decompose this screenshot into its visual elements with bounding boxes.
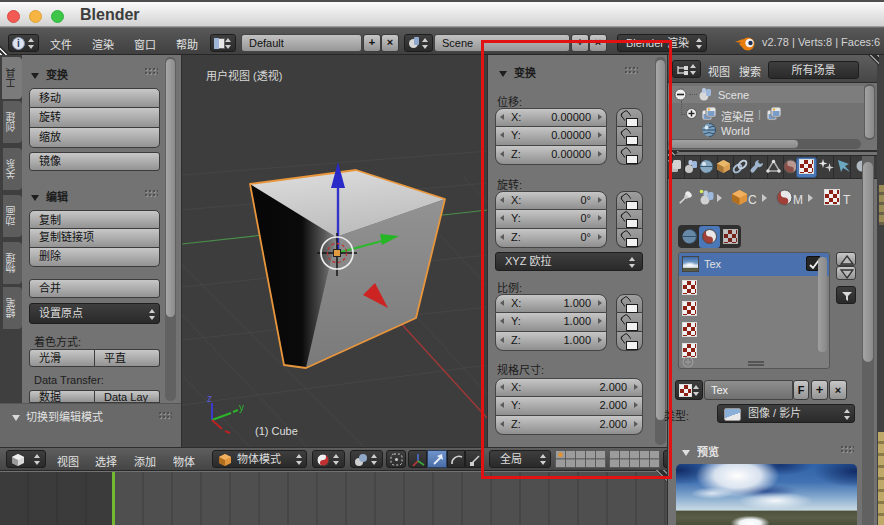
svg-text:z: z [207,393,212,404]
svg-text:y: y [239,402,244,413]
